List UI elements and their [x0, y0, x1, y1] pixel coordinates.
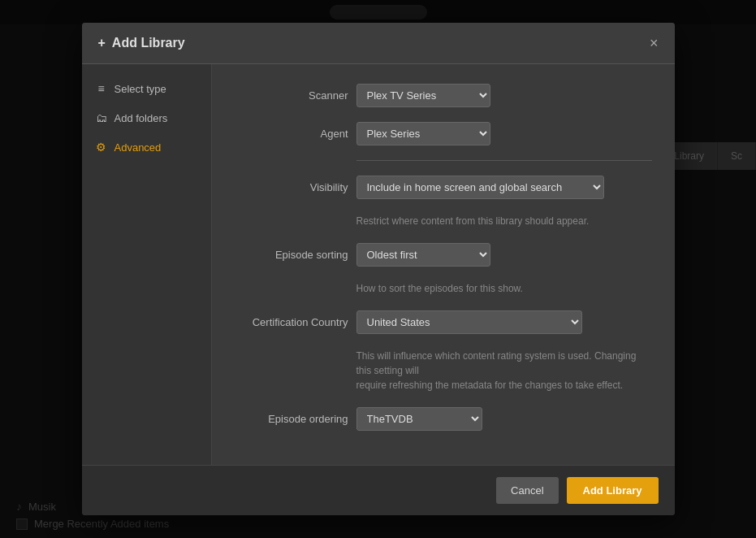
modal-footer: Cancel Add Library — [82, 465, 675, 515]
episode-sorting-row: Episode sorting Oldest first Newest firs… — [235, 243, 652, 267]
scanner-select[interactable]: Plex TV Series Plex Movie Scanner Person… — [356, 84, 490, 107]
modal-close-button[interactable]: × — [650, 36, 659, 50]
sidebar-item-advanced-label: Advanced — [114, 141, 162, 154]
sidebar-item-add-folders-label: Add folders — [114, 112, 168, 124]
episode-sorting-label: Episode sorting — [235, 249, 348, 261]
episode-ordering-select[interactable]: TheTVDB TVRage The Movie DB — [356, 407, 482, 431]
episode-sorting-hint: How to sort the episodes for this show. — [356, 281, 652, 296]
cert-country-select[interactable]: United States United Kingdom France Germ… — [356, 310, 582, 334]
title-plus-icon: + — [98, 36, 106, 50]
visibility-select[interactable]: Include in home screen and global search… — [356, 176, 604, 199]
agent-row: Agent Plex Series Plex Movie None — [235, 122, 652, 145]
list-icon: ≡ — [95, 82, 108, 95]
cert-country-hint: This will influence which content rating… — [356, 349, 652, 393]
modal-backdrop: + Add Library × ≡ Select type 🗂 Add fold… — [0, 0, 756, 538]
modal-body: ≡ Select type 🗂 Add folders ⚙ Advanced S… — [82, 64, 675, 465]
folder-icon: 🗂 — [95, 111, 108, 124]
sidebar-item-advanced[interactable]: ⚙ Advanced — [82, 132, 211, 162]
episode-ordering-row: Episode ordering TheTVDB TVRage The Movi… — [235, 407, 652, 431]
visibility-label: Visibility — [235, 181, 348, 193]
episode-sorting-select[interactable]: Oldest first Newest first — [356, 243, 490, 267]
episode-ordering-label: Episode ordering — [235, 413, 348, 425]
modal: + Add Library × ≡ Select type 🗂 Add fold… — [82, 23, 675, 515]
visibility-row: Visibility Include in home screen and gl… — [235, 176, 652, 199]
cert-country-row: Certification Country United States Unit… — [235, 310, 652, 334]
scanner-row: Scanner Plex TV Series Plex Movie Scanne… — [235, 84, 652, 107]
visibility-hint: Restrict where content from this library… — [356, 214, 652, 228]
agent-select[interactable]: Plex Series Plex Movie None — [356, 122, 490, 145]
cert-country-label: Certification Country — [235, 316, 348, 328]
sidebar-item-select-type-label: Select type — [114, 83, 166, 95]
main-content: Scanner Plex TV Series Plex Movie Scanne… — [212, 64, 675, 465]
sidebar: ≡ Select type 🗂 Add folders ⚙ Advanced — [82, 64, 212, 465]
gear-icon: ⚙ — [95, 141, 108, 154]
sidebar-item-select-type[interactable]: ≡ Select type — [82, 74, 211, 103]
agent-label: Agent — [235, 128, 348, 140]
modal-header: + Add Library × — [82, 23, 675, 64]
scanner-label: Scanner — [235, 89, 348, 102]
add-library-button[interactable]: Add Library — [567, 477, 659, 504]
divider-1 — [356, 160, 652, 161]
sidebar-item-add-folders[interactable]: 🗂 Add folders — [82, 103, 211, 132]
modal-title-text: Add Library — [112, 36, 185, 50]
modal-title: + Add Library — [98, 36, 185, 50]
cancel-button[interactable]: Cancel — [496, 477, 558, 504]
